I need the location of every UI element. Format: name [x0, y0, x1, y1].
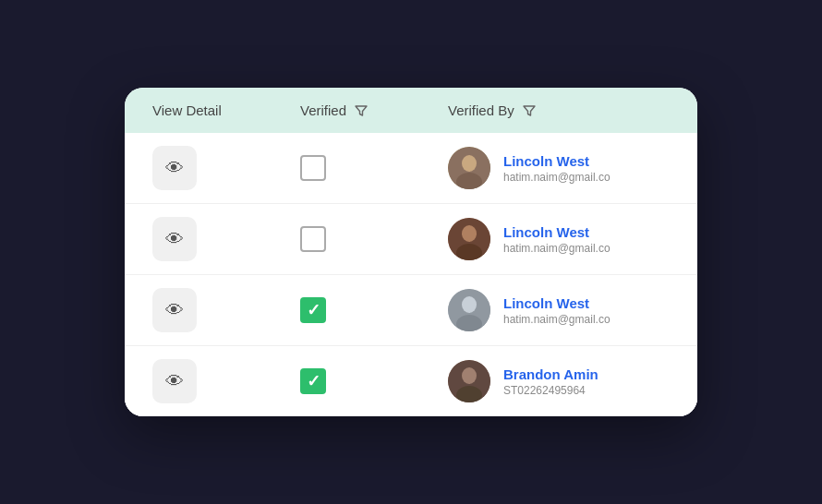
- user-sub: hatim.naim@gmail.co: [503, 313, 610, 326]
- view-detail-cell: 👁: [152, 288, 300, 332]
- user-name: Lincoln West: [503, 295, 610, 311]
- user-sub: hatim.naim@gmail.co: [503, 242, 610, 255]
- verified-by-cell: Lincoln West hatim.naim@gmail.co: [448, 289, 670, 331]
- verified-cell: ✓: [300, 297, 448, 323]
- checkbox-checked[interactable]: ✓: [300, 368, 326, 394]
- view-detail-button[interactable]: 👁: [152, 217, 197, 261]
- view-detail-cell: 👁: [152, 217, 300, 261]
- user-info: Lincoln West hatim.naim@gmail.co: [503, 224, 610, 255]
- user-name: Lincoln West: [503, 153, 610, 169]
- avatar: [448, 147, 490, 189]
- verified-cell: [300, 155, 448, 181]
- col-header-verified-by-label: Verified By: [448, 102, 514, 118]
- checkbox-checked[interactable]: ✓: [300, 297, 326, 323]
- checkbox-unchecked[interactable]: [300, 226, 326, 252]
- verified-by-filter-icon[interactable]: [522, 103, 537, 118]
- user-info: Lincoln West hatim.naim@gmail.co: [503, 295, 610, 326]
- table-body: 👁 Lincoln West hatim.naim@gmail.co: [125, 133, 697, 416]
- user-info: Lincoln West hatim.naim@gmail.co: [503, 153, 610, 184]
- table-row: 👁 Lincoln West hatim.naim@gmail.co: [125, 133, 697, 204]
- table-header: View Detail Verified Verified By: [125, 88, 697, 133]
- svg-point-7: [462, 296, 477, 313]
- verified-by-cell: Brandon Amin ST02262495964: [448, 360, 670, 402]
- svg-point-1: [462, 155, 477, 172]
- svg-point-4: [462, 225, 477, 242]
- main-card: View Detail Verified Verified By: [125, 88, 697, 416]
- table-row: 👁 ✓ Lincoln West hatim.naim@gmail.co: [125, 275, 697, 346]
- view-detail-button[interactable]: 👁: [152, 146, 197, 190]
- verified-by-cell: Lincoln West hatim.naim@gmail.co: [448, 218, 670, 260]
- table-row: 👁 Lincoln West hatim.naim@gmail.co: [125, 204, 697, 275]
- eye-icon: 👁: [165, 229, 184, 250]
- user-info: Brandon Amin ST02262495964: [503, 366, 598, 397]
- verified-filter-icon[interactable]: [354, 103, 369, 118]
- avatar: [448, 218, 490, 260]
- col-header-verified-by: Verified By: [448, 102, 670, 118]
- view-detail-button[interactable]: 👁: [152, 288, 197, 332]
- avatar: [448, 360, 490, 402]
- eye-icon: 👁: [165, 300, 184, 321]
- user-name: Lincoln West: [503, 224, 610, 240]
- col-header-verified: Verified: [300, 102, 448, 118]
- table-row: 👁 ✓ Brandon Amin ST02262495964: [125, 346, 697, 416]
- view-detail-cell: 👁: [152, 359, 300, 403]
- col-header-verified-label: Verified: [300, 102, 346, 118]
- user-name: Brandon Amin: [503, 366, 598, 382]
- user-sub: hatim.naim@gmail.co: [503, 171, 610, 184]
- verified-by-cell: Lincoln West hatim.naim@gmail.co: [448, 147, 670, 189]
- avatar: [448, 289, 490, 331]
- verified-cell: [300, 226, 448, 252]
- col-header-view-detail: View Detail: [152, 102, 300, 118]
- view-detail-cell: 👁: [152, 146, 300, 190]
- eye-icon: 👁: [165, 158, 184, 179]
- view-detail-button[interactable]: 👁: [152, 359, 197, 403]
- checkbox-unchecked[interactable]: [300, 155, 326, 181]
- verified-cell: ✓: [300, 368, 448, 394]
- eye-icon: 👁: [165, 371, 184, 392]
- user-sub: ST02262495964: [503, 384, 598, 397]
- svg-point-10: [462, 367, 477, 384]
- col-header-view-detail-label: View Detail: [152, 102, 222, 118]
